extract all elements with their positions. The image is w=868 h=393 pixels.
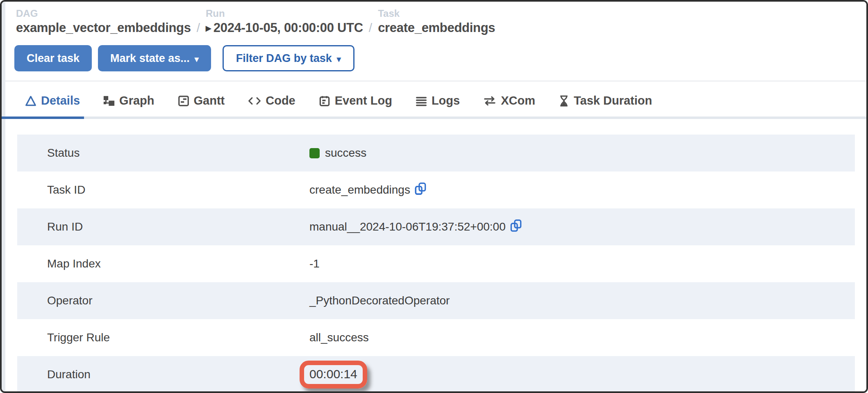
table-row-status: Status success <box>17 135 855 171</box>
tab-gantt[interactable]: Gantt <box>177 94 225 107</box>
tab-logs[interactable]: Logs <box>415 94 460 107</box>
tab-label: Code <box>266 94 295 107</box>
table-row-task-id: Task ID create_embeddings <box>17 171 855 208</box>
clear-task-label: Clear task <box>27 52 80 65</box>
tab-label: Details <box>41 94 80 107</box>
red-highlight-annotation: 00:00:14 <box>300 361 367 388</box>
row-label: Operator <box>47 294 309 307</box>
tab-details[interactable]: Details <box>25 94 80 107</box>
tab-task-duration[interactable]: Task Duration <box>558 94 652 107</box>
table-row-map-index: Map Index -1 <box>17 245 855 282</box>
breadcrumb-task[interactable]: Task create_embeddings <box>378 7 495 36</box>
breadcrumb-separator: / <box>369 21 372 36</box>
tab-label: Event Log <box>335 94 392 107</box>
table-row-operator: Operator _PythonDecoratedOperator <box>17 282 855 319</box>
tab-bar: Details Graph <box>5 82 866 119</box>
row-label: Map Index <box>47 257 309 270</box>
filter-dag-by-task-label: Filter DAG by task <box>236 52 332 65</box>
task-instance-page: DAG example_vector_embeddings / Run ▸ 20… <box>5 2 866 391</box>
task-id-text: create_embeddings <box>309 183 410 196</box>
xcom-icon <box>483 95 497 107</box>
tab-graph[interactable]: Graph <box>103 94 154 107</box>
tab-label: XCom <box>501 94 535 107</box>
tab-label: Task Duration <box>574 94 652 107</box>
breadcrumb-task-label: Task <box>378 7 495 20</box>
status-value: success <box>309 146 366 160</box>
table-row-duration: Duration 00:00:14 <box>17 356 855 393</box>
breadcrumb-dag-value[interactable]: example_vector_embeddings <box>16 20 191 36</box>
task-id-value: create_embeddings <box>309 183 427 196</box>
graph-icon <box>103 95 115 107</box>
row-label: Trigger Rule <box>47 331 309 344</box>
tab-xcom[interactable]: XCom <box>483 94 535 107</box>
chevron-down-icon: ▾ <box>337 54 341 64</box>
row-label: Task ID <box>47 183 309 196</box>
row-label: Status <box>47 146 309 160</box>
table-row-run-id: Run ID manual__2024-10-06T19:37:52+00:00 <box>17 208 855 245</box>
copy-run-id-button[interactable] <box>510 219 522 232</box>
tab-label: Gantt <box>194 94 225 107</box>
code-icon <box>248 95 261 107</box>
tab-code[interactable]: Code <box>248 94 295 107</box>
filter-dag-by-task-button[interactable]: Filter DAG by task ▾ <box>223 45 354 71</box>
tab-label: Graph <box>119 94 154 107</box>
duration-value: 00:00:14 <box>309 361 367 388</box>
task-details-table: Status success Task ID create_embeddings <box>17 135 855 393</box>
trigger-rule-value: all_success <box>309 331 369 344</box>
row-label: Duration <box>47 368 309 381</box>
duration-text: 00:00:14 <box>309 367 357 381</box>
active-tab-underline <box>2 117 84 119</box>
map-index-value: -1 <box>309 257 320 270</box>
run-play-icon: ▸ <box>206 20 211 36</box>
window-edge-strip <box>2 2 5 391</box>
breadcrumb: DAG example_vector_embeddings / Run ▸ 20… <box>5 2 866 36</box>
hourglass-icon <box>558 95 570 107</box>
success-status-swatch-icon <box>309 148 320 158</box>
details-icon <box>25 95 37 107</box>
tab-label: Logs <box>432 94 460 107</box>
run-id-text: manual__2024-10-06T19:37:52+00:00 <box>309 220 506 233</box>
gantt-icon <box>177 95 190 107</box>
breadcrumb-run-value[interactable]: ▸ 2024-10-05, 00:00:00 UTC <box>206 20 363 36</box>
table-row-trigger-rule: Trigger Rule all_success <box>17 319 855 356</box>
chevron-down-icon: ▾ <box>195 54 199 64</box>
copy-task-id-button[interactable] <box>414 182 427 195</box>
clear-task-button[interactable]: Clear task <box>14 45 92 71</box>
row-label: Run ID <box>47 220 309 233</box>
breadcrumb-run-text: 2024-10-05, 00:00:00 UTC <box>214 20 363 36</box>
breadcrumb-dag[interactable]: DAG example_vector_embeddings <box>16 7 191 36</box>
breadcrumb-run-label: Run <box>206 7 363 20</box>
app-window: DAG example_vector_embeddings / Run ▸ 20… <box>0 0 868 393</box>
toolbar: Clear task Mark state as... ▾ Filter DAG… <box>8 45 866 71</box>
breadcrumb-dag-label: DAG <box>16 7 191 20</box>
run-id-value: manual__2024-10-06T19:37:52+00:00 <box>309 220 522 233</box>
breadcrumb-separator: / <box>197 21 200 36</box>
mark-state-as-label: Mark state as... <box>110 52 190 65</box>
breadcrumb-run[interactable]: Run ▸ 2024-10-05, 00:00:00 UTC <box>206 7 363 36</box>
mark-state-as-button[interactable]: Mark state as... ▾ <box>98 45 211 71</box>
status-text: success <box>325 146 366 160</box>
event-log-icon <box>318 95 331 107</box>
breadcrumb-task-value[interactable]: create_embeddings <box>378 20 495 36</box>
logs-icon <box>415 95 427 107</box>
tab-event-log[interactable]: Event Log <box>318 94 392 107</box>
operator-value: _PythonDecoratedOperator <box>309 294 450 307</box>
